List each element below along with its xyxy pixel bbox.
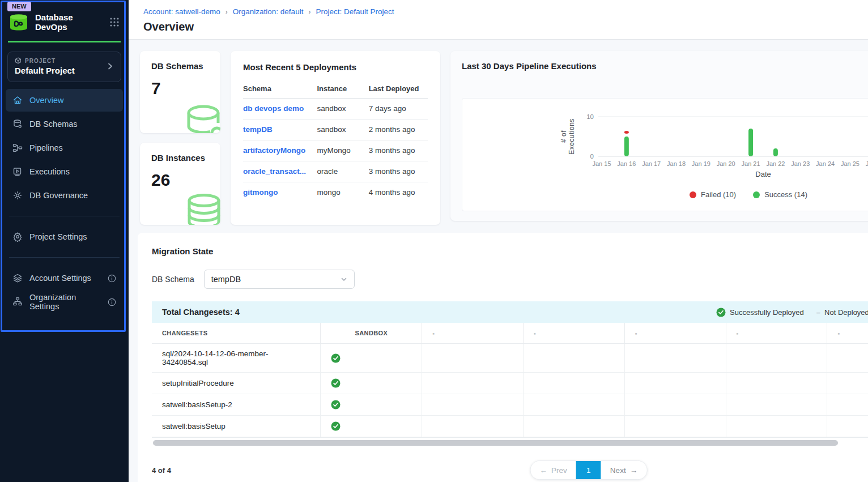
- svg-text:Jan 20: Jan 20: [717, 160, 735, 167]
- pipeline-executions-title: Last 30 Days Pipeline Executions: [462, 61, 868, 71]
- empty-status-cell: [422, 344, 524, 373]
- sidebar-item-label: Pipelines: [29, 143, 63, 152]
- sidebar-item-project-settings[interactable]: Project Settings: [6, 225, 123, 248]
- home-icon: [12, 95, 23, 105]
- check-circle-icon: [331, 353, 411, 363]
- db-schemas-card-title: DB Schemas: [151, 61, 220, 71]
- main-area: Account: satwell-demo › Organization: de…: [129, 0, 868, 482]
- arrow-right-icon: →: [630, 466, 638, 475]
- pipeline-executions-card: Last 30 Days Pipeline Executions 010# of…: [450, 51, 868, 221]
- empty-status-cell: [422, 394, 524, 416]
- sidebar-item-db-schemas[interactable]: DB Schemas: [6, 113, 123, 135]
- empty-status-cell: [726, 373, 827, 394]
- changesets-col-header: -: [624, 323, 726, 344]
- svg-text:10: 10: [586, 113, 594, 120]
- db-instances-card-title: DB Instances: [151, 153, 220, 163]
- svg-text:Jan 18: Jan 18: [667, 160, 686, 167]
- pagination-row: 4 of 4 ← Prev 1 Next → Show 10: [152, 460, 868, 480]
- col-instance: Instance: [317, 80, 368, 99]
- sidebar-item-account-settings[interactable]: Account Settings: [6, 267, 123, 289]
- chart-legend-item[interactable]: Failed (10): [690, 190, 736, 199]
- sidebar-item-executions[interactable]: Executions: [6, 160, 123, 183]
- sidebar-item-overview[interactable]: Overview: [6, 89, 123, 112]
- prev-page-button[interactable]: ← Prev: [531, 460, 576, 480]
- empty-status-cell: [827, 373, 868, 394]
- deployment-row: db devops demo sandbox 7 days ago: [243, 99, 428, 120]
- changeset-row: setupInitialProcedure: [152, 373, 868, 394]
- breadcrumb-account-link[interactable]: Account: satwell-demo: [143, 7, 220, 16]
- breadcrumb-project-link[interactable]: Project: Default Project: [316, 7, 394, 16]
- sandbox-status-cell: [321, 373, 422, 394]
- empty-status-cell: [624, 344, 726, 373]
- new-badge: NEW: [7, 2, 31, 11]
- changesets-col-header: -: [524, 323, 625, 344]
- pipeline-chart-plot: 010# ofExecutionsJan 15Jan 16Jan 17Jan 1…: [462, 98, 868, 211]
- svg-text:# ofExecutions: # ofExecutions: [560, 118, 576, 155]
- migration-state-panel: Migration State DB Schema tempDB Total C…: [138, 233, 868, 482]
- db-schemas-card: DB Schemas 7: [140, 51, 220, 133]
- sidebar-item-label: Project Settings: [29, 232, 87, 241]
- changesets-table-wrap: Total Changesets: 4 Successfully Deploye…: [152, 301, 868, 438]
- svg-text:Jan 23: Jan 23: [791, 160, 810, 167]
- db-schema-select[interactable]: tempDB: [204, 270, 355, 289]
- empty-status-cell: [624, 394, 726, 416]
- last-deployed-cell: 2 months ago: [369, 120, 428, 140]
- deployment-row: tempDB sandbox 2 months ago: [243, 120, 428, 140]
- sidebar-item-label: Account Settings: [29, 274, 91, 283]
- next-page-button[interactable]: Next →: [601, 460, 646, 480]
- changeset-row: satwell:basisSetup: [152, 416, 868, 437]
- check-circle-icon: [331, 378, 411, 388]
- last-deployed-cell: 4 months ago: [369, 182, 428, 203]
- overview-cards-row: DB Schemas 7 DB Instances 26: [129, 40, 868, 233]
- empty-status-cell: [726, 416, 827, 437]
- empty-status-cell: [524, 394, 625, 416]
- svg-text:Jan 26: Jan 26: [866, 160, 868, 167]
- changeset-row: satwell:basisSetup-2: [152, 394, 868, 416]
- check-circle-icon: [331, 421, 411, 431]
- changeset-name-cell: setupInitialProcedure: [152, 373, 321, 394]
- chart-legend-item[interactable]: Success (14): [753, 190, 807, 199]
- check-circle-icon: [716, 308, 726, 317]
- pipeline-icon: [12, 143, 23, 153]
- info-icon[interactable]: [108, 274, 116, 283]
- schema-link[interactable]: gitmongo: [243, 188, 278, 197]
- svg-text:Jan 22: Jan 22: [766, 160, 785, 167]
- sidebar-item-organization-settings[interactable]: Organization Settings: [6, 291, 123, 313]
- org-chart-icon: [12, 297, 23, 307]
- sidebar-item-pipelines[interactable]: Pipelines: [6, 137, 123, 159]
- project-selector[interactable]: PROJECT Default Project: [7, 52, 121, 82]
- chevron-down-icon: [341, 276, 347, 283]
- project-label: PROJECT: [25, 58, 56, 64]
- changeset-name-cell: satwell:basisSetup-2: [152, 394, 321, 416]
- schema-link[interactable]: artifactoryMongo: [243, 146, 305, 155]
- sidebar-divider: [9, 257, 120, 258]
- chart-legend: Failed (10) Success (14): [462, 190, 868, 199]
- changesets-summary-bar: Total Changesets: 4 Successfully Deploye…: [152, 301, 868, 323]
- changesets-col-header: CHANGESETS: [152, 323, 321, 344]
- recent-deployments-card: Most Recent 5 Deployments Schema Instanc…: [231, 51, 440, 225]
- horizontal-scrollbar-thumb[interactable]: [153, 440, 838, 446]
- breadcrumb: Account: satwell-demo › Organization: de…: [143, 7, 868, 16]
- empty-status-cell: [726, 344, 827, 373]
- deployment-row: oracle_transact... oracle 3 months ago: [243, 161, 428, 182]
- deployments-table-body: db devops demo sandbox 7 days ago tempDB…: [243, 99, 428, 203]
- sidebar-item-db-governance[interactable]: DB Governance: [6, 184, 123, 207]
- governance-gear-icon: [12, 190, 23, 201]
- schema-link[interactable]: oracle_transact...: [243, 167, 306, 176]
- check-circle-icon: [331, 400, 411, 410]
- play-square-icon: [12, 167, 23, 177]
- sidebar-nav-project: Project Settings: [6, 225, 123, 248]
- breadcrumb-organization-link[interactable]: Organization: default: [233, 7, 304, 16]
- instance-cell: sandbox: [317, 120, 368, 140]
- project-cube-icon: [15, 57, 22, 64]
- page-1-button[interactable]: 1: [576, 460, 601, 480]
- apps-grid-icon[interactable]: [109, 17, 120, 27]
- sidebar-nav-main: Overview DB Schemas Pipelines Executions…: [6, 89, 123, 207]
- recent-deployments-title: Most Recent 5 Deployments: [243, 62, 428, 72]
- schema-link[interactable]: db devops demo: [243, 104, 304, 113]
- horizontal-scrollbar: [152, 440, 868, 446]
- changesets-table-body: sql/2024-10-14-12-06-member-34240854.sql…: [152, 344, 868, 437]
- schema-link[interactable]: tempDB: [243, 125, 273, 134]
- info-icon[interactable]: [108, 298, 116, 306]
- empty-status-cell: [524, 344, 625, 373]
